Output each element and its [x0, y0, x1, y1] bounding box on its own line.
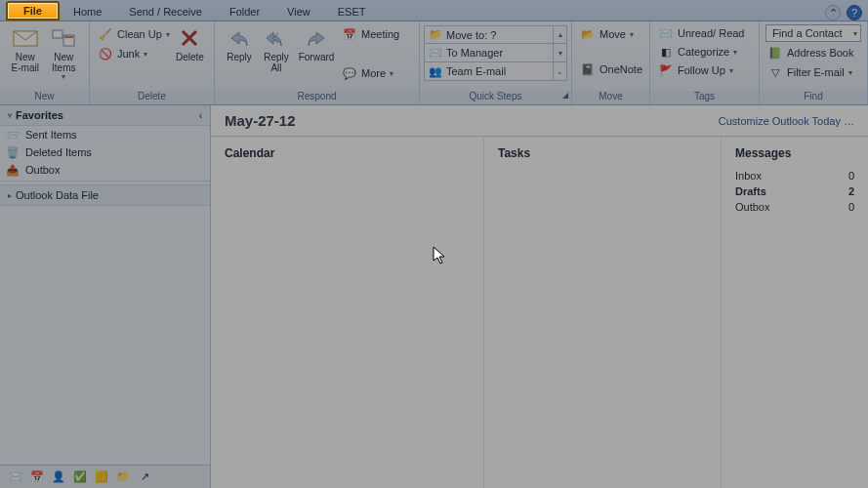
address-book-button[interactable]: 📗Address Book	[765, 44, 855, 61]
outbox-icon: 📤	[6, 163, 20, 177]
tab-view[interactable]: View	[273, 3, 324, 20]
nav-outbox[interactable]: 📤Outbox	[0, 161, 210, 179]
mail-module-icon[interactable]: ✉️	[8, 469, 23, 485]
delete-x-icon	[176, 26, 203, 50]
delete-button[interactable]: Delete	[172, 23, 208, 62]
reply-all-label: ReplyAll	[264, 52, 289, 73]
tab-eset[interactable]: ESET	[324, 3, 380, 20]
reply-all-button[interactable]: ReplyAll	[258, 23, 295, 73]
junk-icon: 🚫	[98, 46, 113, 61]
favorites-header[interactable]: ▿ Favorites ‹	[0, 105, 210, 126]
nav-sent-items[interactable]: 📨Sent Items	[0, 126, 210, 143]
main-area: May-27-12 Customize Outlook Today … Cale…	[211, 105, 868, 488]
new-items-icon	[50, 26, 77, 50]
tasks-module-icon[interactable]: ✅	[72, 469, 88, 485]
find-contact-label: Find a Contact	[772, 27, 843, 39]
trash-icon: 🗑️	[6, 145, 20, 159]
meeting-button[interactable]: 📅Meeting	[340, 25, 401, 43]
reply-button[interactable]: Reply	[221, 23, 258, 62]
today-header: May-27-12 Customize Outlook Today …	[211, 105, 868, 137]
new-email-button[interactable]: NewE-mail	[6, 23, 45, 73]
forward-button[interactable]: Forward	[295, 23, 338, 62]
calendar-title: Calendar	[225, 146, 470, 160]
nav-spacer	[0, 206, 210, 465]
qs-label: To Manager	[446, 47, 503, 59]
meeting-icon: 📅	[342, 26, 357, 42]
chevron-down-icon: ▾	[62, 73, 65, 82]
qs-up-icon[interactable]: ▴	[554, 25, 567, 44]
group-move-label: Move	[572, 91, 649, 104]
group-quick-steps: 📁Move to: ? ✉️To Manager 👥Team E-mail ▴ …	[420, 21, 572, 104]
find-contact-input[interactable]: Find a Contact	[765, 24, 861, 42]
messages-panel: Messages Inbox0 Drafts2 Outbox0	[722, 137, 868, 488]
group-delete-label: Delete	[90, 91, 214, 104]
help-icon[interactable]: ?	[847, 5, 862, 20]
more-button[interactable]: 💬More▾	[340, 64, 401, 82]
quick-step-team[interactable]: 👥Team E-mail	[424, 62, 554, 81]
qs-label: Move to: ?	[446, 29, 496, 41]
reply-all-icon	[263, 26, 290, 50]
move-label: Move	[599, 28, 626, 40]
delete-label: Delete	[176, 52, 204, 62]
app-root: File Home Send / Receive Folder View ESE…	[0, 0, 868, 488]
quick-step-manager[interactable]: ✉️To Manager	[424, 44, 554, 62]
messages-drafts-row[interactable]: Drafts2	[735, 183, 854, 199]
collapse-icon[interactable]: ‹	[199, 110, 202, 121]
flag-icon: 🚩	[658, 62, 674, 78]
folders-module-icon[interactable]: 📁	[115, 469, 131, 485]
tab-home[interactable]: Home	[60, 3, 115, 20]
chevron-down-icon: ▾	[144, 50, 147, 59]
more-label: More	[361, 67, 386, 79]
messages-outbox-row[interactable]: Outbox0	[735, 199, 854, 215]
forward-icon	[303, 26, 330, 50]
chevron-down-icon: ▾	[390, 69, 393, 78]
svg-rect-1	[53, 30, 62, 38]
quick-step-move[interactable]: 📁Move to: ?	[424, 25, 554, 44]
quick-steps-scroll[interactable]: ▴ ▾ ⌄	[554, 25, 567, 81]
quick-steps-gallery[interactable]: 📁Move to: ? ✉️To Manager 👥Team E-mail	[424, 25, 554, 81]
chevron-down-icon: ▿	[8, 111, 12, 120]
group-respond-label: Respond	[215, 91, 419, 104]
sent-icon: 📨	[6, 128, 20, 142]
nav-data-file[interactable]: ▸ Outlook Data File	[0, 184, 210, 206]
onenote-button[interactable]: 📓OneNote	[578, 61, 644, 78]
move-button[interactable]: 📂Move▾	[578, 25, 636, 43]
messages-title: Messages	[735, 146, 854, 160]
msg-row-key: Drafts	[735, 185, 841, 197]
qs-more-icon[interactable]: ⌄	[554, 62, 567, 81]
nav-item-label: Deleted Items	[25, 146, 92, 158]
unread-read-button[interactable]: ✉️Unread/ Read	[656, 24, 747, 42]
follow-up-label: Follow Up	[678, 64, 725, 76]
nav-deleted-items[interactable]: 🗑️Deleted Items	[0, 143, 210, 161]
qs-down-icon[interactable]: ▾	[554, 44, 567, 62]
notes-module-icon[interactable]: 🟨	[94, 469, 109, 485]
shortcuts-module-icon[interactable]: ↗	[137, 469, 152, 485]
address-book-label: Address Book	[787, 47, 853, 59]
filter-email-button[interactable]: ▽Filter E-mail▾	[765, 63, 854, 81]
msg-row-key: Inbox	[735, 170, 841, 182]
tab-send-receive[interactable]: Send / Receive	[115, 3, 216, 20]
nav-data-file-label: Outlook Data File	[16, 189, 99, 201]
junk-button[interactable]: 🚫Junk▾	[96, 45, 172, 62]
broom-icon: 🧹	[98, 26, 113, 42]
messages-inbox-row[interactable]: Inbox0	[735, 168, 854, 183]
new-items-button[interactable]: NewItems ▾	[45, 23, 84, 82]
junk-label: Junk	[117, 48, 140, 60]
categorize-button[interactable]: ◧Categorize▾	[656, 43, 739, 61]
nav-item-label: Outbox	[25, 164, 60, 176]
customize-link[interactable]: Customize Outlook Today …	[719, 115, 854, 127]
contacts-module-icon[interactable]: 👤	[51, 469, 66, 485]
tab-file[interactable]: File	[6, 1, 60, 20]
tab-folder[interactable]: Folder	[216, 3, 273, 20]
qs-label: Team E-mail	[446, 65, 506, 77]
svg-rect-3	[64, 36, 73, 38]
reply-label: Reply	[227, 52, 252, 62]
msg-row-val: 0	[841, 201, 854, 213]
calendar-module-icon[interactable]: 📅	[29, 469, 45, 485]
chevron-right-icon: ▸	[8, 191, 12, 200]
dialog-launcher-icon[interactable]: ◢	[562, 91, 568, 100]
clean-up-button[interactable]: 🧹Clean Up▾	[96, 25, 172, 43]
follow-up-button[interactable]: 🚩Follow Up▾	[656, 61, 735, 79]
minimize-ribbon-icon[interactable]: ⌃	[825, 5, 841, 20]
categorize-label: Categorize	[678, 46, 729, 58]
